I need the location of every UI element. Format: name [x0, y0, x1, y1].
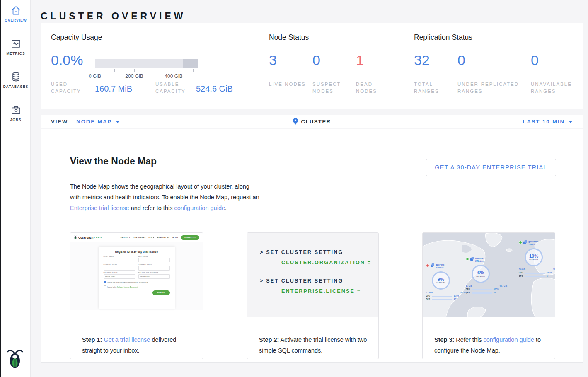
- metrics-chart-icon: [10, 38, 22, 49]
- software-license-agreement-link: Software License Agreement.: [117, 286, 138, 288]
- promo-heading: View the Node Map: [70, 156, 157, 167]
- locality-nyc: geo=nyc 2 Nodes 6% CAPACITY 3.7 GiB43.7 …: [466, 257, 509, 295]
- qps-label: QPS: [466, 291, 472, 295]
- time-range-dropdown[interactable]: LAST 10 MIN: [523, 118, 573, 125]
- locality-dead-status-icon: [426, 264, 429, 267]
- capacity-row: 3.2 GiB351 GiB: [426, 291, 467, 295]
- sql-setting: ENTERPRISE.LICENSE =: [281, 288, 378, 294]
- trial-registration-screenshot: Cockroach LABS PRODUCT CUSTOMERS DOCS RE…: [70, 233, 203, 310]
- qps-value: 0.0: [494, 291, 496, 295]
- sidebar-item-metrics[interactable]: METRICS: [1, 38, 30, 56]
- sidebar-item-label: METRICS: [1, 51, 30, 56]
- gauge-tick: [114, 69, 115, 72]
- step-prefix: Step 3:: [434, 336, 454, 343]
- site-nav-link: RESOURCES: [157, 237, 169, 239]
- home-icon: [10, 5, 22, 16]
- dead-nodes-label: DEAD NODES: [356, 81, 393, 95]
- suspect-nodes-value: 0: [312, 52, 320, 68]
- qps-value: 6.4: [547, 275, 549, 278]
- capacity-percent: 10%: [529, 254, 538, 259]
- section-divider: [70, 219, 555, 219]
- locality-stats: 3.6 GiB364 GiB CPU58.3% QPS6.4: [519, 268, 555, 278]
- locality-node-count: 2 Nodes: [475, 260, 484, 263]
- sidebar-item-label: OVERVIEW: [1, 18, 30, 22]
- sidebar-item-jobs[interactable]: JOBS: [1, 104, 30, 122]
- locality-node-count: 2 Nodes: [436, 266, 444, 269]
- node-map-promo-panel: View the Node Map The Node Map shows the…: [41, 129, 583, 362]
- view-selector-dropdown[interactable]: NODE MAP: [70, 118, 120, 125]
- cockroachdb-logo-icon: [7, 349, 23, 371]
- view-selector-value: NODE MAP: [76, 118, 112, 125]
- qps-sparkline: [432, 299, 452, 300]
- breadcrumb-cluster: CLUSTER: [301, 118, 331, 125]
- sidebar: OVERVIEW METRICS DATABASES: [0, 0, 31, 377]
- cpu-row: CPU11.0%: [426, 295, 467, 298]
- sql-command: > SET CLUSTER SETTING ENTERPRISE.LICENSE…: [260, 278, 378, 294]
- checkbox-unchecked-icon: [104, 285, 106, 288]
- gauge-tick: [134, 69, 135, 72]
- field-label: COMPANY EMAIL: [138, 264, 170, 266]
- field-label: COMPANY NAME: [104, 264, 135, 266]
- cluster-summary-panel: Capacity Usage 0.0% 0 GiB 200 GiB 400 Gi…: [41, 23, 583, 109]
- step-3-card: geo=sfo 2 Nodes 9% CAPACITY 3.2 GiB351 G…: [422, 232, 555, 359]
- site-brand: Cockroach: [78, 236, 93, 239]
- site-nav-link: BLOG: [172, 237, 178, 239]
- locality-name: geo=ams: [528, 240, 538, 243]
- used-capacity: 3.7 GiB: [466, 285, 472, 288]
- last-name-input: [138, 258, 170, 262]
- page-title: CLUSTER OVERVIEW: [41, 11, 186, 22]
- configuration-guide-link[interactable]: configuration guide: [174, 205, 225, 211]
- project-phase-select: Please Select: [104, 274, 135, 279]
- form-field: REASON FOR INTEREST Please Select: [138, 272, 170, 279]
- usable-capacity-value: 524.6 GiB: [196, 84, 233, 94]
- capacity-label: CAPACITY: [436, 282, 445, 284]
- database-icon: [10, 71, 22, 82]
- cpu-value: 11.0%: [454, 295, 459, 298]
- capacity-label: CAPACITY: [529, 259, 538, 261]
- total-capacity: 43.7 GiB: [500, 285, 507, 288]
- cpu-sparkline: [472, 289, 492, 290]
- capacity-percent: 0.0%: [51, 52, 83, 68]
- nodes-icon: [470, 257, 474, 261]
- suspect-nodes-label: SUSPECT NODES: [312, 81, 350, 95]
- gauge-tick: [174, 69, 174, 72]
- sidebar-item-overview[interactable]: OVERVIEW: [1, 5, 30, 22]
- cluster-overview-page: OVERVIEW METRICS DATABASES: [0, 0, 588, 377]
- configuration-guide-link[interactable]: configuration guide: [483, 336, 534, 343]
- live-nodes-value: 3: [269, 52, 277, 68]
- nodes-icon: [523, 240, 527, 244]
- get-enterprise-trial-button[interactable]: GET A 30-DAY ENTERPRISE TRIAL: [426, 159, 556, 176]
- field-label: PROJECT PHASE: [104, 272, 135, 274]
- capacity-usage-title: Capacity Usage: [51, 33, 102, 42]
- promo-desc-text: .: [225, 205, 227, 211]
- capacity-row: 3.7 GiB43.7 GiB: [466, 285, 507, 288]
- company-name-input: [104, 266, 135, 271]
- capacity-gauge: [95, 59, 198, 68]
- field-label: FIRST NAME: [104, 256, 135, 257]
- qps-value: 4.7: [454, 298, 456, 301]
- field-label: LAST NAME: [138, 256, 170, 257]
- breadcrumb: CLUSTER: [41, 118, 583, 125]
- qps-row: QPS0.0: [466, 291, 507, 295]
- registration-fields: FIRST NAME LAST NAME COMPANY NAME: [104, 256, 170, 279]
- site-navbar: Cockroach LABS PRODUCT CUSTOMERS DOCS RE…: [70, 233, 203, 242]
- form-field: COMPANY EMAIL: [138, 264, 170, 271]
- get-trial-license-link[interactable]: Get a trial license: [104, 336, 150, 343]
- node-map-preview-image: geo=sfo 2 Nodes 9% CAPACITY 3.2 GiB351 G…: [423, 233, 555, 317]
- form-field: LAST NAME: [138, 256, 170, 262]
- sidebar-item-databases[interactable]: DATABASES: [1, 71, 30, 89]
- promo-desc-text: and refer to this: [129, 205, 174, 211]
- live-nodes-label: LIVE NODES: [269, 81, 306, 88]
- enterprise-trial-license-link[interactable]: Enterprise trial license: [70, 205, 129, 211]
- step-2-caption: Step 2: Activate the trial license with …: [259, 334, 370, 356]
- total-ranges-value: 32: [414, 52, 430, 68]
- cpu-sparkline: [432, 296, 452, 297]
- cpu-label: CPU: [426, 295, 432, 298]
- used-capacity-label: USED CAPACITY: [51, 81, 87, 95]
- site-nav-links: PRODUCT CUSTOMERS DOCS RESOURCES BLOG: [121, 237, 178, 239]
- locality-title: geo=sfo 2 Nodes: [436, 263, 444, 269]
- promo-description: The Node Map shows the geographical layo…: [70, 181, 261, 213]
- gauge-tick: [95, 69, 95, 72]
- locality-node-count: 1 Node: [528, 243, 538, 246]
- capacity-ring: 9% CAPACITY: [432, 271, 450, 290]
